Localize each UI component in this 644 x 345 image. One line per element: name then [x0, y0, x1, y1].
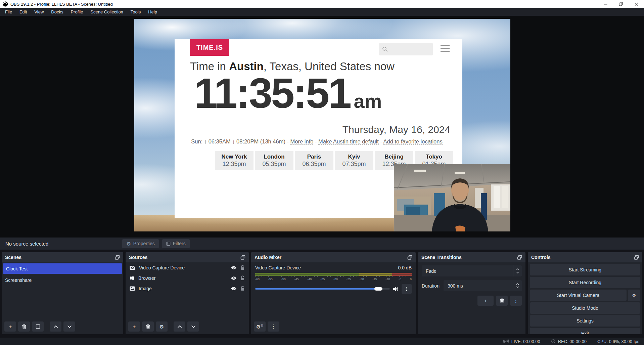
menu-profile[interactable]: Profile [67, 8, 87, 16]
speaker-icon[interactable] [393, 287, 399, 292]
controls-panel: Controls Start Streaming Start Recording… [528, 252, 642, 334]
sun-times: Sun: ↑ 06:35AM ↓ 08:20PM (13h 46m) [191, 138, 285, 144]
chevron-up-icon [516, 268, 519, 270]
audio-mixer-panel-title: Audio Mixer [255, 255, 281, 260]
volume-slider[interactable] [255, 287, 390, 291]
rec-time: REC: 00:00:00 [558, 339, 587, 344]
timeis-clock: 11:35:51am [194, 69, 382, 118]
unlock-icon[interactable] [240, 275, 245, 281]
chevron-up-icon [177, 325, 182, 328]
start-virtual-camera-button[interactable]: Start Virtual Camera [530, 290, 627, 301]
filters-icon [166, 242, 171, 246]
title-bar: OBS 29.1.2 - Profile: LLHLS BETA - Scene… [0, 0, 644, 8]
globe-icon [130, 275, 135, 281]
scene-item-screenshare[interactable]: Screenshare [2, 275, 123, 285]
double-gear-icon: ⚙⚙ [256, 324, 264, 329]
remove-transition-button[interactable] [496, 296, 508, 306]
scene-transitions-panel: Scene Transitions Fade Duration 300 ms [418, 252, 525, 334]
move-source-down-button[interactable] [187, 321, 199, 332]
window-title: OBS 29.1.2 - Profile: LLHLS BETA - Scene… [10, 2, 113, 7]
menu-edit[interactable]: Edit [16, 8, 31, 16]
visibility-eye-icon[interactable] [231, 287, 237, 291]
transition-select[interactable]: Fade [422, 265, 522, 276]
popout-icon[interactable] [240, 255, 245, 260]
obs-logo-icon [3, 1, 8, 7]
studio-mode-button[interactable]: Studio Mode [530, 302, 640, 314]
source-properties-button[interactable]: ⚙ [156, 321, 168, 332]
restore-button[interactable] [613, 0, 629, 8]
start-recording-button[interactable]: Start Recording [530, 277, 640, 288]
timeis-logo: TIME.IS [190, 39, 229, 56]
controls-panel-title: Controls [531, 255, 551, 260]
virtual-camera-config-button[interactable]: ⚙ [628, 290, 640, 301]
menu-scene-collection[interactable]: Scene Collection [87, 8, 127, 16]
program-canvas[interactable]: TIME.IS Time in Austin, Texas, United St… [134, 19, 510, 231]
city-box: London05:35pm [255, 151, 293, 170]
scenes-panel: Scenes Clock Test Screenshare ＋ [2, 252, 123, 334]
menu-docks[interactable]: Docks [47, 8, 67, 16]
add-source-button[interactable]: ＋ [128, 321, 140, 332]
scene-filters-button[interactable] [32, 321, 44, 332]
popout-icon[interactable] [115, 255, 120, 260]
transition-properties-button[interactable]: ⋮ [510, 296, 522, 306]
properties-button[interactable]: ⚙ Properties [122, 239, 158, 248]
source-item-video-capture[interactable]: Video Capture Device [126, 262, 249, 273]
remove-scene-button[interactable] [18, 321, 30, 332]
gear-icon: ⚙ [159, 324, 164, 329]
broadcast-off-icon [503, 339, 509, 344]
timeis-date: Thursday, May 16, 2024 [342, 124, 450, 135]
chevron-down-icon [516, 271, 519, 273]
trash-icon [500, 298, 504, 303]
settings-button[interactable]: Settings [530, 315, 640, 327]
mixer-menu-button[interactable]: ⋮ [268, 321, 279, 332]
duration-spinner[interactable] [513, 280, 522, 291]
source-toolbar: No source selected ⚙ Properties Filters [0, 238, 644, 250]
menu-file[interactable]: File [1, 8, 16, 16]
add-transition-button[interactable]: ＋ [477, 296, 494, 306]
chevron-up-icon [53, 325, 58, 328]
search-icon [382, 46, 388, 52]
move-scene-up-button[interactable] [50, 321, 61, 332]
popout-icon[interactable] [634, 255, 639, 260]
move-source-up-button[interactable] [174, 321, 185, 332]
dock-area: Scenes Clock Test Screenshare ＋ Sourc [0, 250, 644, 338]
source-item-image[interactable]: Image [126, 283, 249, 294]
audio-mixer-panel: Audio Mixer Video Capture Device 0.0 dB … [251, 252, 416, 334]
advanced-audio-button[interactable]: ⚙⚙ [254, 321, 266, 332]
duration-label: Duration [422, 283, 440, 289]
unlock-icon[interactable] [240, 265, 245, 270]
timeis-search-box [379, 43, 433, 55]
mixer-options-button[interactable]: ⋮ [402, 284, 412, 294]
visibility-eye-icon[interactable] [231, 266, 237, 270]
popout-icon[interactable] [517, 255, 522, 260]
unlock-icon[interactable] [240, 286, 245, 291]
minimize-button[interactable] [598, 0, 613, 8]
preview-area: TIME.IS Time in Austin, Texas, United St… [0, 16, 644, 238]
scenes-panel-title: Scenes [5, 255, 21, 260]
popout-icon[interactable] [407, 255, 412, 260]
visibility-eye-icon[interactable] [231, 276, 237, 280]
volume-slider-handle[interactable] [374, 287, 382, 291]
remove-source-button[interactable] [142, 321, 154, 332]
close-button[interactable] [629, 0, 644, 8]
hamburger-menu-icon [441, 45, 450, 52]
menu-tools[interactable]: Tools [127, 8, 144, 16]
source-item-browser[interactable]: Browser [126, 273, 249, 283]
filters-button[interactable]: Filters [162, 239, 190, 248]
duration-spinbox[interactable]: 300 ms [444, 280, 522, 291]
make-default-link: Make Austin time default [318, 138, 379, 145]
start-streaming-button[interactable]: Start Streaming [530, 264, 640, 275]
chevron-down-icon [516, 286, 519, 288]
menu-view[interactable]: View [31, 8, 47, 16]
exit-button[interactable]: Exit [530, 328, 640, 334]
add-scene-button[interactable]: ＋ [4, 321, 16, 332]
menu-help[interactable]: Help [144, 8, 161, 16]
scene-item-clock-test[interactable]: Clock Test [3, 263, 122, 274]
city-box: Kyiv07:35pm [335, 151, 373, 170]
no-source-selected-label: No source selected [5, 241, 48, 247]
transition-select-spinner[interactable] [513, 265, 522, 276]
more-info-link: More info [290, 138, 314, 145]
chevron-down-icon [67, 325, 72, 328]
move-scene-down-button[interactable] [63, 321, 75, 332]
gear-icon: ⚙ [126, 241, 131, 246]
